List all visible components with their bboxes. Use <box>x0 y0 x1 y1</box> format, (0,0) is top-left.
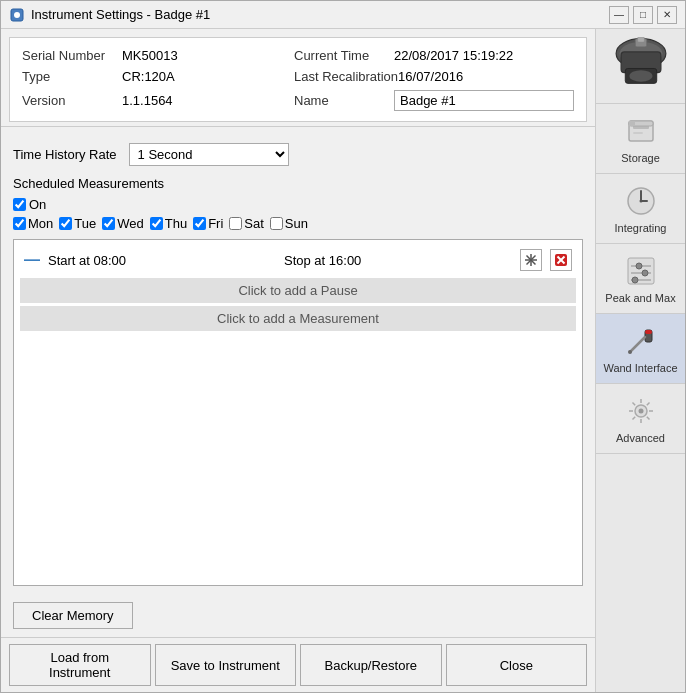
sidebar-item-peak-max[interactable]: Peak and Max <box>596 244 685 314</box>
svg-point-1 <box>14 12 20 18</box>
rate-label: Time History Rate <box>13 147 117 162</box>
svg-marker-27 <box>629 121 635 126</box>
last-recal-label: Last Recalibration <box>294 69 398 84</box>
name-row: Name <box>294 90 574 111</box>
close-button[interactable]: ✕ <box>657 6 677 24</box>
sidebar-item-integrating[interactable]: Integrating <box>596 174 685 244</box>
sun-checkbox[interactable] <box>270 217 283 230</box>
peak-max-icon-svg <box>625 255 657 287</box>
save-to-instrument-button[interactable]: Save to Instrument <box>155 644 297 686</box>
info-box: Serial Number MK50013 Current Time 22/08… <box>9 37 587 122</box>
backup-restore-button[interactable]: Backup/Restore <box>300 644 442 686</box>
integrating-icon <box>623 183 659 219</box>
storage-icon <box>623 113 659 149</box>
svg-point-20 <box>629 70 652 82</box>
add-pause-button[interactable]: Click to add a Pause <box>20 278 576 303</box>
current-time-label: Current Time <box>294 48 394 63</box>
sidebar-item-advanced[interactable]: Advanced <box>596 384 685 454</box>
wed-checkbox[interactable] <box>102 217 115 230</box>
add-measurement-button[interactable]: Click to add a Measurement <box>20 306 576 331</box>
delete-icon <box>554 253 568 267</box>
on-checkbox[interactable] <box>13 198 26 211</box>
svg-rect-22 <box>637 37 644 42</box>
content-area: Serial Number MK50013 Current Time 22/08… <box>1 29 685 692</box>
close-button-footer[interactable]: Close <box>446 644 588 686</box>
on-label: On <box>29 197 46 212</box>
svg-line-50 <box>646 417 649 420</box>
name-label: Name <box>294 93 394 108</box>
wand-icon <box>623 323 659 359</box>
fri-checkbox[interactable] <box>193 217 206 230</box>
maximize-button[interactable]: □ <box>633 6 653 24</box>
sidebar-badge-preview <box>596 29 685 104</box>
serial-number-value: MK50013 <box>122 48 178 63</box>
svg-rect-25 <box>633 132 643 134</box>
on-checkbox-row: On <box>13 197 583 212</box>
info-divider <box>1 126 595 127</box>
type-label: Type <box>22 69 122 84</box>
svg-rect-40 <box>645 330 652 334</box>
svg-line-49 <box>632 403 635 406</box>
last-recal-value: 16/07/2016 <box>398 69 463 84</box>
minimize-button[interactable]: — <box>609 6 629 24</box>
svg-point-31 <box>639 200 642 203</box>
mon-checkbox[interactable] <box>13 217 26 230</box>
advanced-icon <box>623 393 659 429</box>
svg-point-38 <box>632 277 638 283</box>
thu-label[interactable]: Thu <box>150 216 187 231</box>
rate-select[interactable]: 1 Second 2 Seconds 5 Seconds 10 Seconds … <box>129 143 289 166</box>
snowflake-icon <box>524 253 538 267</box>
type-value: CR:120A <box>122 69 175 84</box>
on-checkbox-label[interactable]: On <box>13 197 46 212</box>
main-panel: Serial Number MK50013 Current Time 22/08… <box>1 29 595 692</box>
rate-row: Time History Rate 1 Second 2 Seconds 5 S… <box>13 143 583 166</box>
day-checkboxes: Mon Tue Wed Thu Fri Sat Sun <box>13 216 583 231</box>
advanced-icon-svg <box>625 395 657 427</box>
sidebar-wand-label: Wand Interface <box>603 362 677 374</box>
wed-label[interactable]: Wed <box>102 216 144 231</box>
mon-label[interactable]: Mon <box>13 216 53 231</box>
version-row: Version 1.1.1564 <box>22 90 294 111</box>
sidebar: Storage Integrating <box>595 29 685 692</box>
footer-bar: Load from Instrument Save to Instrument … <box>1 637 595 692</box>
current-time-value: 22/08/2017 15:19:22 <box>394 48 513 63</box>
sidebar-integrating-label: Integrating <box>615 222 667 234</box>
sidebar-item-wand[interactable]: Wand Interface <box>596 314 685 384</box>
schedule-dash: — <box>24 251 40 269</box>
thu-checkbox[interactable] <box>150 217 163 230</box>
app-icon <box>9 7 25 23</box>
title-bar: Instrument Settings - Badge #1 — □ ✕ <box>1 1 685 29</box>
version-label: Version <box>22 93 122 108</box>
sidebar-peak-max-label: Peak and Max <box>605 292 675 304</box>
svg-line-52 <box>632 417 635 420</box>
storage-icon-svg <box>625 115 657 147</box>
clear-memory-button[interactable]: Clear Memory <box>13 602 133 629</box>
main-window: Instrument Settings - Badge #1 — □ ✕ Ser… <box>0 0 686 693</box>
schedule-snowflake-button[interactable] <box>520 249 542 271</box>
svg-point-34 <box>636 263 642 269</box>
scheduled-label: Scheduled Measurements <box>13 176 583 191</box>
fri-label[interactable]: Fri <box>193 216 223 231</box>
sidebar-badge-image <box>607 37 675 95</box>
sun-label[interactable]: Sun <box>270 216 308 231</box>
integrating-icon-svg <box>625 185 657 217</box>
schedule-entry: — Start at 08:00 Stop at 16:00 <box>20 246 576 274</box>
sat-label[interactable]: Sat <box>229 216 264 231</box>
name-input[interactable] <box>394 90 574 111</box>
tue-label[interactable]: Tue <box>59 216 96 231</box>
load-from-instrument-button[interactable]: Load from Instrument <box>9 644 151 686</box>
peak-max-icon <box>623 253 659 289</box>
sat-checkbox[interactable] <box>229 217 242 230</box>
tue-checkbox[interactable] <box>59 217 72 230</box>
schedule-delete-button[interactable] <box>550 249 572 271</box>
current-time-row: Current Time 22/08/2017 15:19:22 <box>294 48 574 63</box>
schedule-stop: Stop at 16:00 <box>284 253 512 268</box>
sidebar-item-storage[interactable]: Storage <box>596 104 685 174</box>
svg-point-44 <box>638 409 643 414</box>
svg-point-42 <box>628 350 632 354</box>
svg-line-41 <box>630 337 645 352</box>
schedule-box: — Start at 08:00 Stop at 16:00 <box>13 239 583 586</box>
version-value: 1.1.1564 <box>122 93 173 108</box>
title-controls: — □ ✕ <box>609 6 677 24</box>
last-recal-row: Last Recalibration 16/07/2016 <box>294 69 574 84</box>
